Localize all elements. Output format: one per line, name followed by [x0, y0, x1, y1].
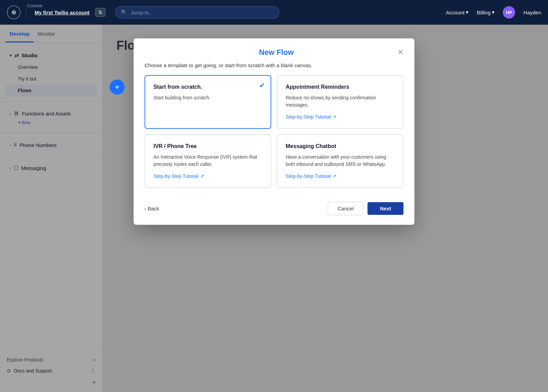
console-label: Console — [27, 3, 42, 8]
template-title-ivr: IVR / Phone Tree — [153, 143, 262, 149]
add-flow-button[interactable]: + — [110, 79, 125, 95]
search-input[interactable] — [131, 10, 274, 15]
search-icon: 🔍 — [121, 9, 127, 15]
modal-subtitle: Choose a template to get going, or start… — [134, 57, 414, 75]
billing-link[interactable]: Billing ▾ — [477, 9, 495, 15]
template-desc-ivr: An Interactive Voice Response (IVR) syst… — [153, 154, 262, 168]
template-link-chatbot[interactable]: Step-by-Step Tutorial ↗ — [286, 173, 336, 179]
template-title-appointment: Appointment Reminders — [286, 84, 395, 90]
external-link-icon: ↗ — [332, 114, 336, 120]
template-card-scratch[interactable]: Start from scratch. Start building from … — [145, 75, 271, 129]
template-card-chatbot[interactable]: Messaging Chatbot Have a conversation wi… — [277, 134, 403, 188]
footer-actions: Cancel Next — [328, 202, 403, 215]
next-button[interactable]: Next — [368, 202, 403, 215]
search-container: 🔍 — [115, 6, 279, 19]
template-title-scratch: Start from scratch. — [153, 84, 262, 90]
template-desc-chatbot: Have a conversation with your customers … — [286, 154, 395, 168]
account-switcher[interactable]: ⇅ — [95, 8, 105, 17]
modal-title: New Flow — [155, 48, 397, 57]
avatar[interactable]: HP — [503, 6, 515, 19]
back-button[interactable]: ‹ Back — [145, 206, 159, 211]
template-desc-scratch: Start building from scratch. — [153, 94, 262, 101]
chevron-down-icon: ▾ — [466, 9, 469, 15]
modal-header: New Flow ✕ — [134, 38, 414, 57]
twilio-logo[interactable]: ⊕ — [7, 5, 21, 19]
close-button[interactable]: ✕ — [397, 49, 403, 56]
topnav: ⊕ Console My first Twilio account ⇅ 🔍 Ac… — [0, 0, 548, 25]
user-name[interactable]: Hayden — [523, 10, 541, 15]
check-icon: ✔ — [259, 81, 265, 89]
external-link-icon: ↗ — [332, 173, 336, 179]
account-name[interactable]: My first Twilio account — [35, 10, 90, 15]
template-grid: Start from scratch. Start building from … — [134, 75, 414, 196]
template-title-chatbot: Messaging Chatbot — [286, 143, 395, 149]
modal-footer: ‹ Back Cancel Next — [134, 196, 414, 225]
template-link-ivr[interactable]: Step-by-Step Tutorial ↗ — [153, 173, 204, 179]
cancel-button[interactable]: Cancel — [328, 202, 364, 215]
template-desc-appointment: Reduce no-shows by sending confirmation … — [286, 94, 395, 109]
template-card-appointment[interactable]: Appointment Reminders Reduce no-shows by… — [277, 75, 403, 129]
modal-overlay: New Flow ✕ Choose a template to get goin… — [0, 25, 548, 392]
template-card-ivr[interactable]: IVR / Phone Tree An Interactive Voice Re… — [145, 134, 271, 188]
chevron-down-icon: ▾ — [492, 9, 495, 15]
nav-divider — [26, 5, 26, 19]
template-link-appointment[interactable]: Step-by-Step Tutorial ↗ — [286, 114, 336, 120]
topnav-right: Account ▾ Billing ▾ HP Hayden — [446, 6, 541, 19]
account-link[interactable]: Account ▾ — [446, 9, 469, 15]
new-flow-modal: New Flow ✕ Choose a template to get goin… — [134, 38, 414, 225]
external-link-icon: ↗ — [200, 173, 204, 179]
